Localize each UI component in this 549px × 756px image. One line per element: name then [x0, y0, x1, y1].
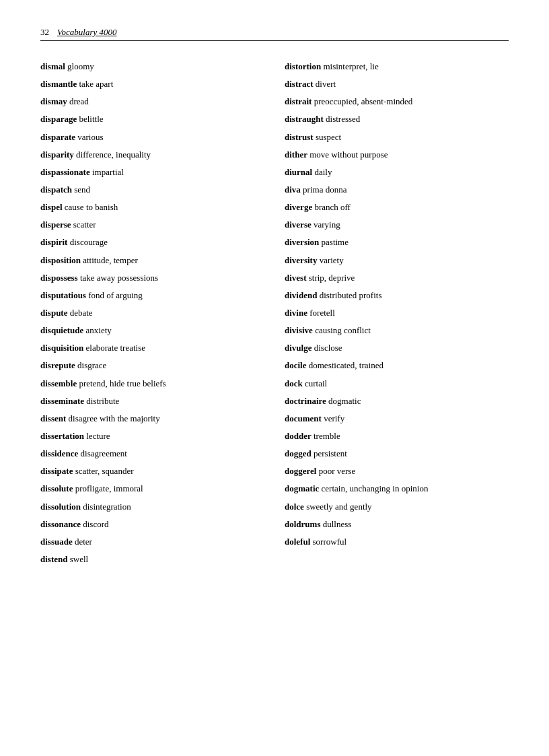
list-item: dissolution disintegration	[40, 500, 264, 514]
entry-term: disseminate	[40, 396, 84, 406]
list-item: divest strip, deprive	[285, 271, 509, 285]
list-item: distrust suspect	[285, 131, 509, 144]
entry-term: doctrinaire	[285, 396, 326, 406]
entry-term: dispel	[40, 202, 63, 212]
entry-definition: scatter, squander	[73, 466, 133, 476]
right-column: distortion misinterpret, liedistract div…	[285, 60, 509, 570]
entry-definition: distributed profits	[317, 290, 381, 300]
list-item: dissolute profligate, immoral	[40, 482, 264, 495]
entry-term: disperse	[40, 219, 71, 230]
left-column: dismal gloomydismantle take apartdismay …	[40, 60, 264, 570]
entry-definition: take apart	[77, 79, 113, 89]
entry-definition: elaborate treatise	[83, 343, 145, 353]
list-item: diversion pastime	[285, 236, 509, 249]
list-item: dissent disagree with the majority	[40, 412, 264, 425]
entry-definition: sweetly and gently	[304, 502, 372, 512]
entry-term: dispassionate	[40, 167, 90, 177]
entry-definition: cause to banish	[63, 202, 118, 212]
list-item: distrait preoccupied, absent-minded	[285, 95, 509, 108]
list-item: diva prima donna	[285, 183, 509, 197]
list-item: diversity variety	[285, 254, 509, 267]
list-item: disputatious fond of arguing	[40, 289, 264, 302]
entry-definition: prima donna	[301, 184, 347, 195]
entry-definition: discourage	[67, 237, 108, 247]
entry-definition: tremble	[312, 431, 340, 441]
list-item: disparate various	[40, 131, 264, 144]
page-number: 32	[40, 27, 49, 38]
list-item: disposition attitude, temper	[40, 254, 264, 267]
entry-term: doleful	[285, 537, 310, 547]
list-item: distraught distressed	[285, 112, 509, 126]
entry-term: dispatch	[40, 184, 72, 195]
list-item: disrepute disgrace	[40, 359, 264, 372]
list-item: dispel cause to banish	[40, 201, 264, 214]
list-item: diurnal daily	[285, 166, 509, 179]
list-item: dividend distributed profits	[285, 289, 509, 302]
entry-definition: disintegration	[81, 502, 131, 512]
page-header: 32 Vocabulary 4000	[40, 27, 509, 41]
entry-definition: dullness	[320, 519, 351, 529]
entry-definition: distribute	[84, 396, 119, 406]
entry-definition: disgrace	[75, 360, 107, 370]
entry-definition: poor verse	[316, 466, 355, 476]
list-item: doctrinaire dogmatic	[285, 394, 509, 408]
entry-term: distraught	[285, 114, 324, 124]
entry-term: diversion	[285, 237, 319, 247]
entry-term: diurnal	[285, 167, 312, 177]
entry-term: divulge	[285, 343, 312, 353]
entry-definition: swell	[67, 554, 88, 564]
entry-definition: persistent	[312, 448, 347, 458]
entry-term: divest	[285, 273, 307, 283]
entry-definition: move without purpose	[307, 149, 388, 160]
list-item: divine foretell	[285, 306, 509, 320]
entry-definition: divert	[314, 79, 336, 89]
list-item: dissipate scatter, squander	[40, 465, 264, 478]
list-item: distend swell	[40, 553, 264, 566]
list-item: dispossess take away possessions	[40, 271, 264, 285]
entry-term: document	[285, 413, 322, 423]
entry-definition: preoccupied, absent-minded	[312, 96, 412, 106]
entry-definition: lecture	[84, 431, 110, 441]
list-item: dogged persistent	[285, 447, 509, 460]
entry-definition: verify	[322, 413, 344, 423]
entry-definition: debate	[67, 308, 92, 318]
entry-definition: attitude, temper	[81, 255, 138, 265]
entry-term: disparate	[40, 132, 75, 142]
list-item: dispirit discourage	[40, 236, 264, 249]
list-item: dissuade deter	[40, 535, 264, 549]
entry-definition: send	[72, 184, 90, 195]
list-item: dissonance discord	[40, 518, 264, 531]
entry-term: dissolution	[40, 502, 81, 512]
entry-definition: curtail	[303, 378, 327, 388]
entry-definition: disclose	[312, 343, 342, 353]
entry-definition: causing conflict	[313, 325, 371, 335]
entry-definition: discord	[81, 519, 109, 529]
entry-term: dissent	[40, 413, 66, 423]
entry-term: diverge	[285, 202, 312, 212]
list-item: dither move without purpose	[285, 148, 509, 162]
entry-term: distortion	[285, 61, 321, 71]
list-item: dodder tremble	[285, 429, 509, 443]
list-item: doggerel poor verse	[285, 465, 509, 478]
entry-term: dividend	[285, 290, 317, 300]
list-item: doldrums dullness	[285, 518, 509, 531]
entry-term: disparity	[40, 149, 74, 160]
entry-term: dissonance	[40, 519, 81, 529]
list-item: document verify	[285, 412, 509, 425]
list-item: dogmatic certain, unchanging in opinion	[285, 482, 509, 495]
list-item: divulge disclose	[285, 341, 509, 355]
list-item: dismantle take apart	[40, 77, 264, 91]
entry-definition: misinterpret, lie	[321, 61, 379, 71]
entry-term: dissolute	[40, 483, 73, 493]
entry-definition: deter	[73, 537, 92, 547]
entry-definition: disagree with the majority	[66, 413, 159, 423]
entry-definition: branch off	[312, 202, 351, 212]
entry-term: distract	[285, 79, 314, 89]
list-item: dismay dread	[40, 95, 264, 108]
entry-definition: belittle	[77, 114, 103, 124]
entry-term: disquisition	[40, 343, 83, 353]
list-item: dissemble pretend, hide true beliefs	[40, 377, 264, 390]
entry-definition: daily	[312, 167, 332, 177]
entry-term: distrait	[285, 96, 312, 106]
entry-term: disrepute	[40, 360, 75, 370]
